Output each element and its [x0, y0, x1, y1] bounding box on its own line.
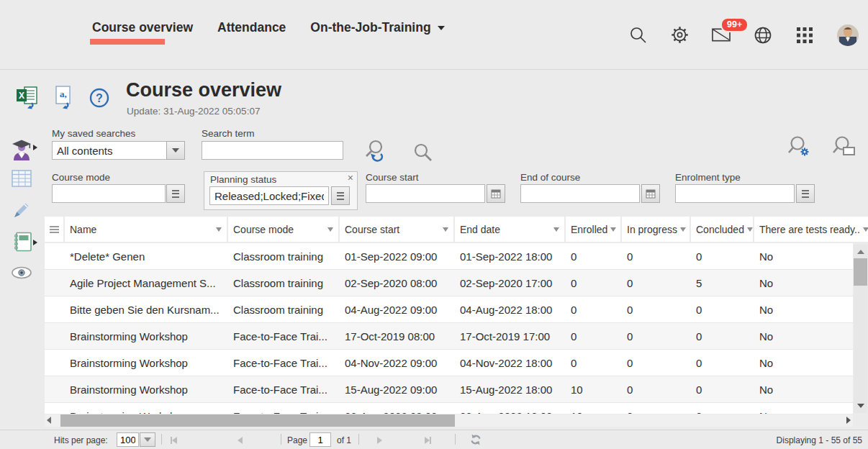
- search-profile-icon[interactable]: [833, 135, 856, 161]
- table-cell: 0: [622, 250, 690, 263]
- help-icon[interactable]: ?: [89, 88, 109, 111]
- excel-export-icon[interactable]: X: [16, 86, 42, 113]
- vertical-scrollbar-thumb[interactable]: [854, 258, 867, 286]
- column-header-course-mode[interactable]: Course mode: [228, 217, 338, 242]
- table-row[interactable]: Brainstorming WorkshopFace-to-Face Trai.…: [45, 350, 853, 376]
- page-title: Course overview: [126, 79, 281, 101]
- table-cell: 02-Sep-2020 17:00: [455, 277, 564, 289]
- tab-label: On-the-Job-Training: [310, 20, 430, 35]
- saved-searches-select[interactable]: [52, 141, 167, 160]
- table-cell: No: [754, 384, 853, 396]
- table-cell: 0: [691, 330, 753, 343]
- enrolment-type-list-button[interactable]: [796, 184, 815, 203]
- scroll-left-arrow[interactable]: [47, 417, 51, 424]
- table-cell: 0: [622, 384, 690, 396]
- course-mode-list-button[interactable]: [166, 184, 185, 203]
- refresh-button[interactable]: [469, 433, 482, 448]
- chevron-down-icon: [144, 437, 151, 442]
- list-icon: [337, 192, 344, 200]
- horizontal-scrollbar[interactable]: [45, 414, 853, 427]
- search-settings-icon[interactable]: [787, 135, 812, 161]
- mail-icon[interactable]: 99+: [712, 26, 731, 45]
- user-avatar[interactable]: [837, 24, 859, 46]
- table-row[interactable]: Agile Project Management S...Classroom t…: [45, 270, 853, 296]
- tab-on-the-job-training[interactable]: On-the-Job-Training: [310, 20, 444, 35]
- table-cell: Face-to-Face Trai...: [228, 410, 338, 414]
- table-cell: 0: [566, 277, 620, 289]
- vertical-scrollbar[interactable]: [854, 245, 867, 413]
- page-label: Page: [287, 435, 307, 445]
- run-search-icon[interactable]: [363, 140, 388, 165]
- previous-page-button[interactable]: [238, 436, 243, 446]
- end-of-course-calendar-button[interactable]: [641, 184, 660, 203]
- table-row[interactable]: Brainstorming WorkshopFace-to-Face Trai.…: [45, 323, 853, 350]
- table-body: *Delete* GenenClassroom training01-Sep-2…: [45, 243, 853, 414]
- course-start-label: Course start: [366, 172, 419, 183]
- table-row[interactable]: Bitte geben Sie den Kursnam...Classroom …: [45, 296, 853, 323]
- scroll-up-arrow[interactable]: [857, 250, 864, 254]
- scroll-down-arrow[interactable]: [857, 404, 864, 408]
- sidebar-item-catalog[interactable]: [12, 232, 33, 255]
- planning-status-filter-chip: Planning status ×: [204, 171, 358, 210]
- horizontal-scrollbar-thumb[interactable]: [60, 414, 455, 427]
- search-term-input[interactable]: [202, 141, 343, 160]
- course-mode-label: Course mode: [52, 172, 110, 183]
- close-icon[interactable]: ×: [348, 172, 353, 183]
- table-row[interactable]: Brainstorming WorkshopFace-to-Face Trai.…: [45, 403, 853, 414]
- table-cell: Brainstorming Workshop: [65, 357, 227, 369]
- text-export-icon[interactable]: a,: [54, 86, 77, 113]
- column-menu-cell[interactable]: [45, 217, 63, 242]
- displaying-count-text: Displaying 1 - 55 of 55: [777, 435, 862, 445]
- page-of-label: of 1: [337, 435, 351, 445]
- column-header-tests-ready[interactable]: There are tests ready..: [754, 217, 868, 242]
- next-page-button[interactable]: [377, 436, 382, 446]
- hits-per-page-select[interactable]: [117, 432, 139, 447]
- table-row[interactable]: Brainstorming WorkshopFace-to-Face Trai.…: [45, 376, 853, 403]
- settings-gear-icon[interactable]: [670, 26, 689, 45]
- column-header-enrolled[interactable]: Enrolled: [566, 217, 620, 242]
- table-cell: *Delete* Genen: [65, 250, 227, 263]
- sidebar-item-table-view[interactable]: [12, 170, 32, 190]
- table-cell: 5: [691, 277, 753, 289]
- tab-label: Course overview: [92, 20, 193, 35]
- table-cell: Brainstorming Workshop: [65, 410, 227, 414]
- sidebar-item-learners[interactable]: [9, 137, 35, 164]
- sidebar-item-visibility[interactable]: [11, 266, 32, 282]
- search-icon[interactable]: [628, 26, 647, 45]
- app-launcher-grid-icon[interactable]: [795, 26, 814, 45]
- table-row[interactable]: *Delete* GenenClassroom training01-Sep-2…: [45, 243, 853, 270]
- sidebar-expand-arrow[interactable]: [33, 240, 37, 245]
- table-cell: 02-Sep-2020 08:00: [340, 277, 453, 289]
- column-header-course-start[interactable]: Course start: [340, 217, 453, 242]
- column-header-end-date[interactable]: End date: [455, 217, 564, 242]
- table-cell: 0: [566, 357, 620, 369]
- last-page-button[interactable]: [425, 436, 431, 446]
- top-navigation-bar: Course overview Attendance On-the-Job-Tr…: [0, 0, 868, 70]
- enrolment-type-input[interactable]: [675, 184, 795, 203]
- course-start-input[interactable]: [366, 184, 485, 203]
- column-header-name[interactable]: Name: [65, 217, 227, 242]
- hits-per-page-dropdown-button[interactable]: [140, 432, 155, 447]
- planning-status-list-button[interactable]: [331, 186, 350, 205]
- saved-searches-dropdown-button[interactable]: [166, 141, 185, 160]
- table-cell: 22-Aug-2022 09:00: [340, 410, 453, 414]
- column-header-in-progress[interactable]: In progress: [622, 217, 690, 242]
- planning-status-input[interactable]: [209, 186, 329, 205]
- page-number-input[interactable]: [309, 432, 331, 447]
- course-start-calendar-button[interactable]: [487, 184, 505, 203]
- sidebar-item-edit[interactable]: [12, 201, 31, 222]
- globe-icon[interactable]: [754, 26, 772, 45]
- end-of-course-input[interactable]: [520, 184, 640, 203]
- sort-arrow-icon: [610, 227, 616, 232]
- course-mode-input[interactable]: [52, 184, 166, 203]
- quick-search-icon[interactable]: [413, 142, 433, 165]
- scroll-right-arrow[interactable]: [846, 417, 851, 424]
- first-page-button[interactable]: [171, 436, 177, 446]
- svg-text:a,: a,: [60, 89, 67, 99]
- sidebar-expand-arrow[interactable]: [33, 145, 37, 150]
- table-cell: 04-Nov-2022 18:00: [455, 357, 564, 369]
- tab-attendance[interactable]: Attendance: [217, 20, 286, 35]
- column-header-concluded[interactable]: Concluded: [691, 217, 753, 242]
- tab-course-overview[interactable]: Course overview: [92, 20, 193, 35]
- svg-text:X: X: [19, 91, 24, 101]
